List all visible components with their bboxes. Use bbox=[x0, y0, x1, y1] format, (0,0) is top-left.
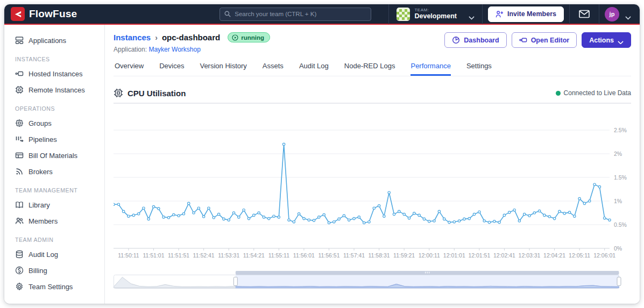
audit-log-icon bbox=[15, 250, 24, 259]
tab-node-red-logs[interactable]: Node-RED Logs bbox=[344, 62, 395, 76]
sidebar-item-label: Pipelines bbox=[29, 135, 57, 144]
y-tick-label: 2.5% bbox=[614, 127, 627, 133]
tab-devices[interactable]: Devices bbox=[159, 62, 184, 76]
application-line: Application: Mayker Workshop bbox=[114, 46, 270, 53]
tab-overview[interactable]: Overview bbox=[115, 62, 144, 76]
sidebar-section-team-admin: TEAM ADMIN bbox=[4, 229, 104, 246]
application-link[interactable]: Mayker Workshop bbox=[148, 46, 200, 53]
sidebar-item-team-settings[interactable]: Team Settings bbox=[4, 278, 104, 295]
sidebar-item-hosted-instances[interactable]: Hosted Instances bbox=[4, 66, 104, 82]
sidebar: ApplicationsINSTANCESHosted InstancesRem… bbox=[4, 25, 105, 304]
x-tick-label: 12:01:01 bbox=[443, 252, 465, 259]
x-axis-labels: 11:50:1111:51:0111:51:5111:52:4111:53:31… bbox=[118, 252, 615, 259]
sidebar-item-brokers[interactable]: Brokers bbox=[4, 163, 104, 180]
divider bbox=[388, 4, 389, 24]
user-avatar: jp bbox=[605, 7, 619, 22]
x-tick-label: 11:55:11 bbox=[268, 252, 289, 259]
panel-header: CPU Utilisation Connected to Live Data bbox=[114, 85, 631, 104]
sidebar-item-label: Applications bbox=[29, 37, 66, 45]
team-selector[interactable]: TEAM: Development bbox=[394, 8, 477, 21]
search-input[interactable] bbox=[220, 8, 371, 21]
cpu-line-series bbox=[114, 144, 610, 223]
user-plus-icon bbox=[496, 10, 504, 18]
page-header: Instances › opc-dashboard running Applic… bbox=[114, 32, 631, 53]
actions-button-label: Actions bbox=[589, 37, 614, 44]
sidebar-item-library[interactable]: Library bbox=[4, 197, 104, 213]
sidebar-item-bill-of-materials[interactable]: Bill Of Materials bbox=[4, 147, 104, 163]
sidebar-item-members[interactable]: Members bbox=[4, 213, 104, 229]
chevron-down-icon bbox=[469, 12, 475, 16]
sidebar-item-billing[interactable]: Billing bbox=[4, 262, 104, 278]
breadcrumb: Instances › opc-dashboard running bbox=[114, 32, 270, 42]
tab-version-history[interactable]: Version History bbox=[200, 62, 246, 76]
groups-icon bbox=[15, 119, 24, 127]
minimap-handle-left[interactable] bbox=[233, 277, 237, 286]
dashboard-button-label: Dashboard bbox=[464, 37, 499, 44]
tab-assets[interactable]: Assets bbox=[263, 62, 284, 76]
x-tick-label: 12:03:31 bbox=[519, 252, 541, 259]
open-editor-button[interactable]: Open Editor bbox=[512, 32, 577, 48]
notifications-button[interactable] bbox=[575, 10, 593, 18]
cpu-utilisation-panel: CPU Utilisation Connected to Live Data 0… bbox=[114, 85, 631, 293]
main-content: Instances › opc-dashboard running Applic… bbox=[105, 25, 640, 304]
status-badge-label: running bbox=[241, 34, 264, 41]
x-tick-label: 11:51:01 bbox=[143, 252, 164, 259]
brand-home-link[interactable]: FlowFuse bbox=[11, 7, 77, 21]
x-tick-label: 11:58:31 bbox=[369, 252, 390, 259]
tab-performance[interactable]: Performance bbox=[411, 62, 450, 76]
panel-title-group: CPU Utilisation bbox=[114, 88, 186, 98]
members-icon bbox=[15, 217, 24, 225]
x-tick-label: 12:06:01 bbox=[593, 252, 615, 259]
status-badge: running bbox=[228, 32, 270, 42]
minimap-handle-right[interactable] bbox=[617, 277, 621, 286]
y-tick-label: 0.5% bbox=[614, 221, 627, 228]
panel-title: CPU Utilisation bbox=[128, 89, 186, 98]
sidebar-item-applications[interactable]: Applications bbox=[4, 32, 104, 48]
actions-button[interactable]: Actions bbox=[582, 32, 631, 48]
sidebar-item-audit-log[interactable]: Audit Log bbox=[4, 246, 104, 262]
pie-chart-icon bbox=[452, 36, 460, 44]
team-label: TEAM: bbox=[414, 8, 457, 12]
y-tick-label: 1.5% bbox=[614, 174, 627, 181]
team-name: Development bbox=[414, 12, 457, 20]
breadcrumb-instances-link[interactable]: Instances bbox=[114, 33, 151, 42]
x-tick-label: 11:59:21 bbox=[393, 252, 415, 259]
sidebar-item-pipelines[interactable]: Pipelines bbox=[4, 131, 104, 147]
cpu-chip-icon bbox=[114, 88, 123, 98]
y-grid-lines bbox=[114, 130, 610, 225]
sidebar-item-label: Brokers bbox=[29, 168, 53, 176]
x-tick-label: 11:50:11 bbox=[118, 252, 139, 259]
cpu-chart-svg: 0%0.5%1%1.5%2%2.5%11:50:1111:51:0111:51:… bbox=[114, 108, 631, 262]
search-icon bbox=[224, 10, 231, 18]
dashboard-button[interactable]: Dashboard bbox=[444, 32, 506, 48]
x-tick-label: 11:52:41 bbox=[193, 252, 215, 259]
tab-settings[interactable]: Settings bbox=[466, 62, 492, 76]
sidebar-item-label: Audit Log bbox=[29, 250, 58, 259]
y-axis-labels: 0%0.5%1%1.5%2%2.5% bbox=[614, 127, 627, 252]
team-avatar bbox=[397, 8, 410, 21]
sidebar-item-groups[interactable]: Groups bbox=[4, 115, 104, 131]
x-tick-label: 11:56:01 bbox=[293, 252, 315, 259]
play-circle-icon bbox=[232, 34, 238, 41]
invite-members-button[interactable]: Invite Members bbox=[488, 6, 564, 22]
sidebar-item-label: Team Settings bbox=[29, 283, 73, 291]
search-box bbox=[220, 8, 371, 21]
divider bbox=[599, 4, 599, 24]
chevron-down-icon bbox=[625, 12, 631, 16]
x-tick-label: 11:57:41 bbox=[343, 252, 365, 259]
user-menu[interactable]: jp bbox=[605, 7, 634, 22]
invite-members-label: Invite Members bbox=[507, 10, 556, 18]
x-tick-label: 11:53:31 bbox=[218, 252, 239, 259]
sidebar-item-label: Hosted Instances bbox=[29, 70, 82, 78]
remote-instances-icon bbox=[15, 85, 24, 94]
cpu-chart: 0%0.5%1%1.5%2%2.5%11:50:1111:51:0111:51:… bbox=[114, 108, 631, 264]
mail-icon bbox=[579, 10, 590, 18]
bill-of-materials-icon bbox=[15, 151, 24, 160]
team-settings-icon bbox=[15, 282, 24, 291]
tab-audit-log[interactable]: Audit Log bbox=[299, 62, 329, 76]
node-editor-icon bbox=[519, 36, 527, 44]
sidebar-item-remote-instances[interactable]: Remote Instances bbox=[4, 82, 104, 98]
divider bbox=[482, 4, 483, 24]
tab-bar: OverviewDevicesVersion HistoryAssetsAudi… bbox=[114, 62, 631, 76]
header-actions: Dashboard Open Editor Actions bbox=[444, 32, 631, 48]
